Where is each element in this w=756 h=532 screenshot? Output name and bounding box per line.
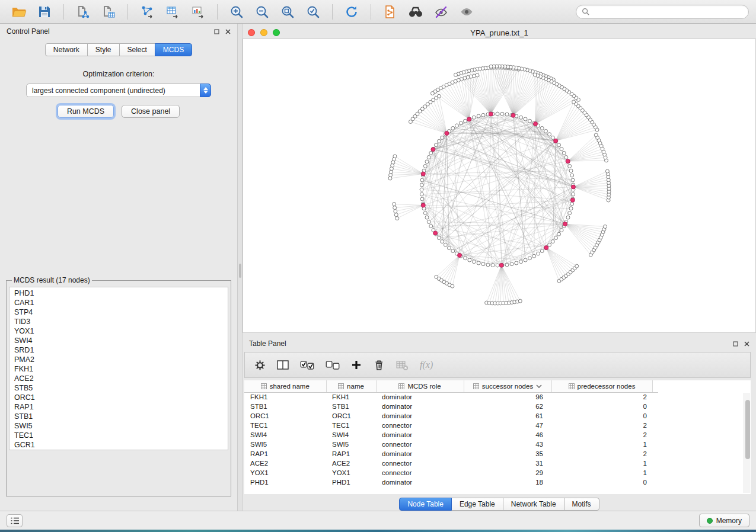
share-session-button[interactable] [378,2,402,21]
cell-shared-name: YOX1 [244,468,326,477]
mcds-result-item[interactable]: ACE2 [9,374,228,383]
column-header-name[interactable]: name [326,380,376,392]
import-network-button[interactable] [71,2,95,21]
cell-mcds-role: connector [376,468,464,477]
tab-mcds[interactable]: MCDS [155,43,192,56]
table-toolbar: f(x) [244,352,751,378]
cell-predecessors: 1 [551,468,652,477]
column-header-predecessor-nodes[interactable]: predecessor nodes [551,380,652,392]
unselect-all-columns-button[interactable] [326,361,340,370]
cell-name: PHD1 [326,477,376,487]
float-table-panel-button[interactable] [733,341,738,347]
select-all-columns-button[interactable] [300,361,314,370]
float-panel-button[interactable] [214,29,219,34]
cell-shared-name: PHD1 [244,477,326,487]
panel-divider[interactable] [237,24,243,511]
cell-shared-name: TEC1 [244,421,326,430]
apply-layout-button[interactable] [340,2,363,21]
hide-selection-button[interactable] [429,2,453,21]
mcds-result-list[interactable]: PHD1CAR1STP4TID3YOX1SWI4SRD1PMA2FKH1ACE2… [9,287,228,450]
export-image-button[interactable] [186,2,210,21]
column-header-mcds-role[interactable]: MCDS role [376,380,464,392]
table-row[interactable]: STB1STB1dominator620 [244,402,658,411]
close-panel-button[interactable] [225,29,231,34]
table-row[interactable]: PHD1PHD1dominator180 [244,477,658,487]
close-panel-action-button[interactable]: Close panel [122,105,180,118]
table-row[interactable]: SWI4SWI4dominator462 [244,430,658,440]
table-row[interactable]: RAP1RAP1dominator352 [244,449,658,459]
criterion-dropdown[interactable]: largest connected component (undirected) [26,84,211,97]
tab-network-table[interactable]: Network Table [503,498,564,511]
panel-list-button[interactable] [7,514,23,527]
table-row[interactable]: SWI5SWI5connector431 [244,440,658,449]
tab-motifs[interactable]: Motifs [564,498,599,511]
table-settings-button[interactable] [254,360,266,371]
import-table-button[interactable] [97,2,120,21]
sort-chevron-icon [536,384,542,388]
mcds-result-item[interactable]: STB5 [9,383,228,393]
cell-mcds-role: dominator [376,430,464,440]
mcds-result-item[interactable]: STP4 [9,307,228,317]
zoom-selected-button[interactable] [301,2,325,21]
divider-handle-icon [239,264,241,278]
table-row[interactable]: YOX1YOX1connector291 [244,468,658,477]
close-traffic-light-icon[interactable] [248,29,255,36]
control-panel-tabs: Network Style Select MCDS [0,43,237,56]
maximize-traffic-light-icon[interactable] [273,29,280,36]
mcds-result-item[interactable]: STB1 [9,412,228,421]
zoom-in-button[interactable] [225,2,248,21]
minimize-traffic-light-icon[interactable] [260,29,267,36]
mcds-result-item[interactable]: YOX1 [9,326,228,336]
tab-edge-table[interactable]: Edge Table [451,498,503,511]
create-column-button[interactable] [351,360,362,370]
search-input[interactable] [593,8,743,16]
apply-layout-icon [344,5,359,19]
table-row[interactable]: ACE2ACE2connector311 [244,459,658,468]
memory-status-icon [707,518,713,524]
import-table-icon [101,5,116,19]
mcds-result-item[interactable]: SRD1 [9,345,228,355]
save-icon [38,5,51,18]
run-mcds-button[interactable]: Run MCDS [58,105,114,118]
table-row[interactable]: ORC1ORC1dominator610 [244,411,658,421]
mcds-result-item[interactable]: CAR1 [9,298,228,307]
mcds-result-item[interactable]: PHD1 [9,289,228,298]
mcds-result-item[interactable]: SWI4 [9,336,228,345]
mcds-result-item[interactable]: TEC1 [9,431,228,440]
close-table-panel-button[interactable] [744,341,749,347]
export-table-button[interactable] [161,2,184,21]
mcds-result-item[interactable]: ORC1 [9,393,228,402]
show-all-button[interactable] [455,2,479,21]
find-button[interactable] [404,2,428,21]
table-panel: Table Panel [243,336,756,511]
scrollbar-thumb[interactable] [745,400,750,459]
mcds-result-item[interactable]: TID3 [9,317,228,326]
mcds-result-item[interactable]: PMA2 [9,355,228,364]
table-scrollbar[interactable] [744,393,750,493]
network-canvas[interactable] [243,39,756,333]
zoom-fit-button[interactable] [276,2,299,21]
tab-style[interactable]: Style [87,43,120,56]
mcds-result-item[interactable]: FKH1 [9,364,228,374]
column-header-shared-name[interactable]: shared name [244,380,326,392]
tab-node-table[interactable]: Node Table [399,498,452,511]
share-session-icon [383,5,397,19]
save-session-button[interactable] [33,2,56,21]
mcds-result-item[interactable]: SWI5 [9,421,228,431]
tab-select[interactable]: Select [119,43,155,56]
trash-icon [373,359,385,371]
column-header-successor-nodes[interactable]: successor nodes [464,380,551,392]
clone-network-button[interactable] [135,2,159,21]
dropdown-stepper-icon [200,84,211,97]
table-row[interactable]: FKH1FKH1dominator962 [244,392,658,402]
delete-column-button[interactable] [373,359,385,371]
table-row[interactable]: TEC1TEC1connector472 [244,421,658,430]
zoom-out-button[interactable] [250,2,274,21]
mcds-result-item[interactable]: RAP1 [9,402,228,412]
open-file-button[interactable] [7,2,31,21]
mcds-result-item[interactable]: GCR1 [9,440,228,450]
memory-button[interactable]: Memory [699,514,749,527]
tab-network[interactable]: Network [45,43,88,56]
show-columns-button[interactable] [277,360,289,370]
cell-shared-name: SWI5 [244,440,326,449]
